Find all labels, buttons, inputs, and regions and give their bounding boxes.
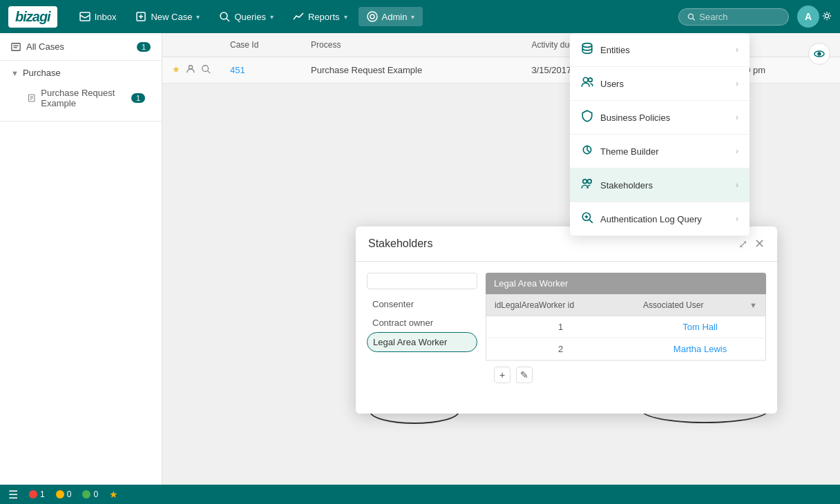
- theme-builder-icon: [581, 144, 593, 159]
- list-item-legal-area-worker[interactable]: Legal Area Worker: [367, 332, 477, 352]
- svg-point-8: [688, 14, 693, 19]
- dropdown-theme-builder[interactable]: Theme Builder ›: [570, 135, 750, 168]
- entities-label: Entities: [600, 45, 630, 55]
- dropdown-users[interactable]: Users ›: [570, 67, 750, 101]
- admin-dropdown: Entities › Users › Business: [570, 33, 750, 236]
- stakeholder-search[interactable]: [367, 273, 477, 289]
- business-policies-label: Business Policies: [600, 113, 670, 123]
- svg-point-27: [583, 180, 587, 184]
- users-label: Users: [600, 79, 624, 89]
- sidebar-all-cases[interactable]: All Cases 1: [0, 33, 162, 61]
- all-cases-badge: 1: [137, 42, 151, 52]
- star-indicator: ★: [109, 489, 118, 500]
- hamburger-icon[interactable]: ☰: [8, 488, 18, 501]
- search-row-icon[interactable]: [201, 64, 211, 76]
- svg-point-7: [368, 12, 377, 21]
- gear-icon[interactable]: [822, 11, 832, 23]
- row-process: Purchase Request Example: [301, 57, 522, 84]
- col-id-legal-worker: idLegalAreaWorker id: [486, 295, 636, 316]
- stakeholder-table-panel: Legal Area Worker idLegalAreaWorker id A…: [486, 273, 766, 403]
- auth-log-label: Authentication Log Query: [600, 214, 702, 224]
- purchase-request-label: Purchase Request Example: [41, 88, 131, 108]
- stakeholder-search-input[interactable]: [373, 276, 477, 286]
- row2-id: 2: [486, 338, 636, 360]
- list-item-contract-owner[interactable]: Contract owner: [367, 313, 477, 332]
- all-cases-label: All Cases: [26, 41, 64, 52]
- dropdown-auth-log[interactable]: Authentication Log Query ›: [570, 202, 750, 236]
- sidebar-purchase-request[interactable]: Purchase Request Example 1: [11, 82, 151, 114]
- green-indicator: 0: [82, 490, 98, 499]
- svg-line-9: [693, 18, 695, 20]
- svg-line-30: [589, 220, 593, 223]
- expand-icon[interactable]: ⤢: [738, 238, 747, 251]
- svg-point-4: [220, 12, 227, 19]
- svg-line-5: [227, 19, 229, 21]
- nav-queries[interactable]: Queries ▾: [211, 7, 282, 26]
- red-indicator: 1: [29, 490, 45, 499]
- list-item-consenter[interactable]: Consenter: [367, 295, 477, 313]
- theme-builder-chevron: ›: [736, 146, 738, 156]
- stakeholder-table: idLegalAreaWorker id Associated User ▼: [486, 294, 766, 360]
- business-policies-chevron: ›: [736, 113, 738, 122]
- edit-row-button[interactable]: ✎: [516, 367, 533, 383]
- eye-button[interactable]: [808, 43, 830, 65]
- svg-point-6: [370, 14, 374, 19]
- nav-new-case[interactable]: New Case ▾: [127, 7, 208, 26]
- svg-point-10: [825, 14, 828, 17]
- theme-builder-label: Theme Builder: [600, 146, 659, 157]
- dropdown-stakeholders[interactable]: Stakeholders ›: [570, 168, 750, 202]
- purchase-label: Purchase: [23, 68, 61, 78]
- nav-admin[interactable]: Admin ▾: [359, 7, 423, 26]
- entities-chevron: ›: [736, 45, 738, 55]
- stakeholders-chevron: ›: [736, 180, 738, 190]
- svg-point-28: [588, 180, 592, 184]
- svg-rect-11: [12, 43, 20, 50]
- nav-reports[interactable]: Reports ▾: [285, 7, 356, 26]
- col-associated-user[interactable]: Associated User ▼: [635, 295, 765, 316]
- sidebar: All Cases 1 ▼ Purchase Purchase Request …: [0, 33, 162, 485]
- svg-point-20: [189, 66, 192, 69]
- navbar: bizagi Inbox New Case ▾ Queries ▾ Report…: [0, 0, 840, 33]
- bottom-bar: ☰ 1 0 0 ★: [0, 485, 840, 504]
- svg-line-22: [208, 71, 211, 74]
- search-box[interactable]: [678, 8, 789, 26]
- dropdown-entities[interactable]: Entities ›: [570, 33, 750, 67]
- svg-point-19: [818, 52, 821, 55]
- dropdown-business-policies[interactable]: Business Policies ›: [570, 101, 750, 135]
- svg-point-24: [583, 77, 588, 82]
- row2-user[interactable]: Martha Lewis: [635, 338, 765, 360]
- col-process: Process: [301, 33, 522, 57]
- stakeholder-list: Consenter Contract owner Legal Area Work…: [367, 273, 477, 403]
- modal-body: Consenter Contract owner Legal Area Work…: [356, 262, 777, 414]
- yellow-dot: [56, 490, 64, 498]
- close-icon[interactable]: ✕: [754, 236, 765, 251]
- modal-title: Stakeholders: [368, 238, 432, 250]
- svg-point-23: [582, 43, 592, 48]
- add-row-button[interactable]: +: [494, 367, 510, 383]
- filter-icon[interactable]: ▼: [750, 301, 757, 309]
- table-row: 1 Tom Hall: [486, 316, 766, 338]
- search-input[interactable]: [699, 12, 780, 22]
- svg-point-25: [589, 78, 593, 82]
- user-avatar[interactable]: A: [797, 6, 819, 28]
- users-icon: [581, 76, 593, 91]
- entities-icon: [581, 42, 593, 57]
- nav-inbox[interactable]: Inbox: [71, 7, 125, 26]
- star-icon[interactable]: ★: [172, 64, 180, 76]
- table-row: 2 Martha Lewis: [486, 338, 766, 360]
- yellow-indicator: 0: [56, 490, 72, 499]
- main-content: Case Id Process Activity due date Case d…: [162, 33, 840, 485]
- users-chevron: ›: [736, 79, 738, 88]
- brand-logo[interactable]: bizagi: [8, 6, 57, 28]
- sidebar-purchase-section: ▼ Purchase Purchase Request Example 1: [0, 61, 162, 122]
- person-icon[interactable]: [186, 64, 195, 76]
- sidebar-purchase-header[interactable]: ▼ Purchase: [11, 68, 151, 78]
- col-case-id: Case Id: [220, 33, 301, 57]
- row-case-id[interactable]: 451: [220, 57, 301, 84]
- row1-user[interactable]: Tom Hall: [635, 316, 765, 338]
- stakeholders-label: Stakeholders: [600, 180, 653, 191]
- stakeholder-table-title: Legal Area Worker: [486, 273, 766, 294]
- purchase-request-badge: 1: [131, 93, 145, 103]
- stakeholders-modal: Stakeholders ⤢ ✕ Consenter Contract owne…: [356, 226, 777, 414]
- red-dot: [29, 490, 37, 498]
